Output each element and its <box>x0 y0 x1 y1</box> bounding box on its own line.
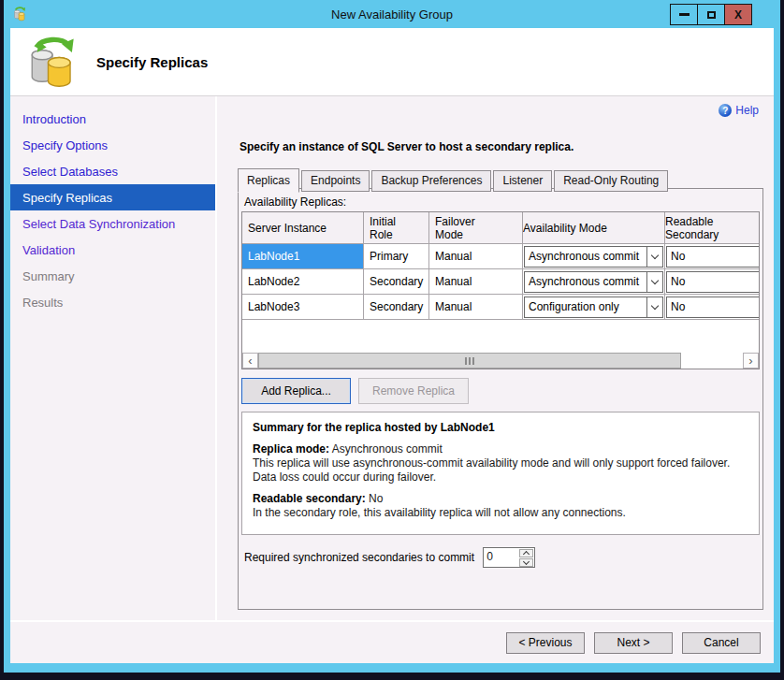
instruction-text: Specify an instance of SQL Server to hos… <box>240 140 573 153</box>
scroll-right-button[interactable]: › <box>743 353 759 369</box>
wizard-steps: IntroductionSpecify OptionsSelect Databa… <box>10 96 217 620</box>
tab-read-only-routing[interactable]: Read-Only Routing <box>554 170 668 192</box>
readable-secondary-line: Readable secondary: No <box>253 492 748 506</box>
minimize-icon <box>679 13 690 16</box>
next-button[interactable]: Next > <box>594 632 673 654</box>
dialog-window: New Availability Group X Specify Replica… <box>4 0 780 673</box>
quorum-label: Required synchronized secondaries to com… <box>244 551 474 564</box>
window-controls: X <box>671 4 752 25</box>
title-bar[interactable]: New Availability Group X <box>4 0 780 28</box>
spinner-down-button[interactable] <box>519 558 533 567</box>
page-title: Specify Replicas <box>96 54 208 70</box>
cell-failover-mode[interactable]: Manual <box>429 269 523 294</box>
scroll-right-icon: › <box>748 354 752 367</box>
cell-initial-role[interactable]: Primary <box>364 244 429 268</box>
cancel-button[interactable]: Cancel <box>682 632 761 654</box>
wizard-header: Specify Replicas <box>10 28 774 96</box>
scroll-left-icon: ‹ <box>248 354 252 367</box>
availability-replicas-label: Availability Replicas: <box>244 195 762 209</box>
chevron-down-icon <box>651 251 659 258</box>
table-row-labnode3: LabNode3SecondaryManualConfiguration onl… <box>242 295 759 320</box>
tab-endpoints[interactable]: Endpoints <box>301 170 370 192</box>
wizard-footer: < Previous Next > Cancel <box>10 620 774 663</box>
tab-backup-preferences[interactable]: Backup Preferences <box>371 170 491 192</box>
dropdown-arrow-button[interactable] <box>646 297 662 317</box>
scrollbar-thumb[interactable] <box>258 353 681 369</box>
availability-mode-dropdown[interactable]: Asynchronous commit <box>524 271 663 293</box>
readable-secondary-dropdown[interactable]: No <box>666 271 759 293</box>
spinner-up-button[interactable] <box>519 549 533 557</box>
remove-replica-button[interactable]: Remove Replica <box>358 378 469 404</box>
table-row-labnode2: LabNode2SecondaryManualAsynchronous comm… <box>242 269 759 295</box>
sidebar-item-specify-options[interactable]: Specify Options <box>10 132 215 158</box>
add-replica-button[interactable]: Add Replica... <box>241 378 351 404</box>
cell-availability-mode: Configuration only <box>523 295 665 319</box>
cell-server-instance[interactable]: LabNode2 <box>242 269 364 294</box>
replica-mode-label: Replica mode: <box>253 442 329 456</box>
column-header-initial-role[interactable]: Initial Role <box>364 212 429 243</box>
replicas-database-icon <box>25 34 80 90</box>
readable-secondary-dropdown[interactable]: No <box>666 246 759 268</box>
grid-empty-area <box>242 320 759 353</box>
cell-availability-mode: Asynchronous commit <box>523 244 665 268</box>
grid-header: Server InstanceInitial RoleFailover Mode… <box>242 212 759 244</box>
cell-failover-mode[interactable]: Manual <box>429 295 523 319</box>
replica-mode-value: Asynchronous commit <box>332 442 443 456</box>
dropdown-arrow-button[interactable] <box>646 247 662 267</box>
previous-button[interactable]: < Previous <box>506 632 585 654</box>
availability-mode-value: Asynchronous commit <box>525 272 646 292</box>
chevron-down-icon <box>651 276 659 283</box>
horizontal-scrollbar: ‹ › <box>242 353 759 369</box>
dropdown-arrow-button[interactable] <box>646 272 662 292</box>
tab-replicas[interactable]: Replicas <box>238 168 299 193</box>
quorum-row: Required synchronized secondaries to com… <box>244 547 762 568</box>
cell-initial-role[interactable]: Secondary <box>364 295 429 319</box>
sidebar-item-select-data-synchronization[interactable]: Select Data Synchronization <box>10 210 215 237</box>
help-icon: ? <box>719 104 732 117</box>
replicas-grid-body: LabNode1PrimaryManualAsynchronous commit… <box>242 244 759 320</box>
availability-mode-dropdown[interactable]: Asynchronous commit <box>524 246 663 268</box>
cell-server-instance[interactable]: LabNode1 <box>242 244 364 268</box>
main-row: IntroductionSpecify OptionsSelect Databa… <box>10 96 774 620</box>
sidebar-item-introduction[interactable]: Introduction <box>10 106 215 132</box>
cell-server-instance[interactable]: LabNode3 <box>242 295 364 319</box>
close-button[interactable]: X <box>724 4 752 25</box>
maximize-button[interactable] <box>697 4 725 25</box>
column-header-availability-mode[interactable]: Availability Mode <box>523 212 665 243</box>
column-header-failover-mode[interactable]: Failover Mode <box>429 212 523 243</box>
replica-buttons-row: Add Replica... Remove Replica <box>241 378 762 404</box>
cell-availability-mode: Asynchronous commit <box>523 269 665 294</box>
scrollbar-grip-icon <box>465 357 475 365</box>
cell-initial-role[interactable]: Secondary <box>364 269 429 294</box>
column-header-readable-secondary[interactable]: Readable Secondary <box>665 212 759 243</box>
scroll-left-button[interactable]: ‹ <box>242 353 258 369</box>
quorum-value[interactable]: 0 <box>484 548 518 567</box>
chevron-down-icon <box>651 301 659 309</box>
replica-mode-line: Replica mode: Asynchronous commit <box>253 442 748 456</box>
readable-secondary-dropdown[interactable]: No <box>666 297 759 318</box>
quorum-spinner[interactable]: 0 <box>483 547 535 568</box>
sidebar-item-summary: Summary <box>10 263 215 289</box>
sidebar-item-specify-replicas[interactable]: Specify Replicas <box>10 184 215 210</box>
cell-failover-mode[interactable]: Manual <box>429 244 523 268</box>
help-link[interactable]: ? Help <box>719 104 759 117</box>
replicas-tab-page: Availability Replicas: Server InstanceIn… <box>238 188 763 610</box>
availability-mode-dropdown[interactable]: Configuration only <box>524 297 663 318</box>
replica-summary-box: Summary for the replica hosted by LabNod… <box>241 412 760 535</box>
readable-secondary-label: Readable secondary: <box>253 492 366 505</box>
cell-readable-secondary: No <box>665 269 759 294</box>
maximize-icon <box>707 11 716 19</box>
sidebar-item-validation[interactable]: Validation <box>10 237 215 263</box>
column-header-server-instance[interactable]: Server Instance <box>242 212 364 243</box>
readable-secondary-description: In the secondary role, this availability… <box>253 506 748 520</box>
cell-readable-secondary: No <box>665 244 759 268</box>
readable-secondary-value: No <box>671 250 685 263</box>
sidebar-item-results: Results <box>10 289 215 315</box>
sidebar-item-select-databases[interactable]: Select Databases <box>10 158 215 184</box>
minimize-button[interactable] <box>670 4 698 25</box>
close-icon: X <box>734 8 742 22</box>
scrollbar-track[interactable] <box>681 353 743 369</box>
summary-title: Summary for the replica hosted by LabNod… <box>253 421 748 435</box>
availability-mode-value: Asynchronous commit <box>525 247 646 267</box>
tab-listener[interactable]: Listener <box>493 170 552 192</box>
